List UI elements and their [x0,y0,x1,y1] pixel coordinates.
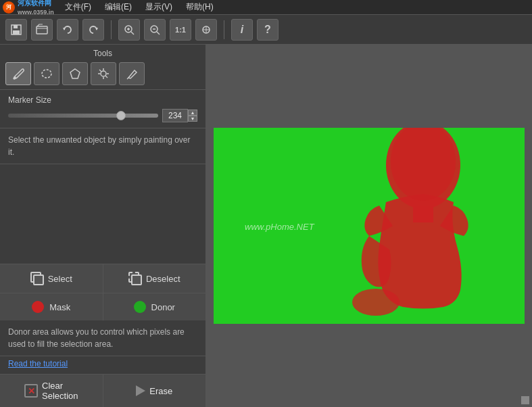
spinner-buttons: ▲ ▼ [188,110,197,122]
zoom-fit-button[interactable] [195,19,217,41]
lasso-tool[interactable] [34,62,59,85]
svg-point-17 [42,70,51,78]
toolbar-separator [111,20,112,39]
tutorial-link-text: Read the tutorial [8,359,68,368]
zoom-in-button[interactable] [118,19,140,41]
erase-button[interactable]: Erase [103,375,206,407]
info-button[interactable]: i [231,19,253,41]
description-section: Select the unwanted object by simply pai… [0,128,205,164]
clear-selection-button[interactable]: ✕ Clear Selection [0,375,103,407]
menu-file[interactable]: 文件(F) [62,0,94,14]
mask-donor-row: Mask Donor [0,293,205,320]
select-button[interactable]: Select [0,264,103,293]
svg-point-16 [14,76,16,79]
bottom-buttons: ✕ Clear Selection Erase [0,374,205,407]
deselect-label: Deselect [146,274,180,284]
svg-marker-4 [63,28,66,30]
zoom-out-button[interactable] [144,19,166,41]
canvas-container: www.pHome.NET [214,128,525,324]
toolbar-separator2 [224,20,224,39]
menu-view[interactable]: 显示(V) [143,0,175,14]
marker-size-input[interactable]: 234 [162,109,188,122]
svg-point-23 [101,71,106,76]
marker-size-label: Marker Size [8,95,197,105]
save-button[interactable] [5,19,27,41]
erase-label: Erase [149,386,172,396]
menu-help[interactable]: 帮助(H) [183,0,216,14]
watermark-text: www.pHome.NET [245,222,314,232]
svg-line-9 [131,32,134,34]
mask-label: Mask [49,302,70,312]
svg-line-24 [99,70,101,72]
undo-button[interactable] [57,19,78,41]
erase-play-icon [136,385,145,396]
watermark: www.pHome.NET [245,222,314,232]
marker-size-slider[interactable] [8,114,158,118]
description-text: Select the unwanted object by simply pai… [8,135,191,157]
svg-marker-18 [70,69,80,78]
corner-indicator [521,396,529,404]
logo-icon: 河 [3,1,15,14]
svg-rect-29 [413,206,433,222]
clear-selection-label: Clear Selection [42,381,78,401]
tools-label: Tools [5,49,200,58]
donor-dot-icon [134,301,146,313]
tutorial-link[interactable]: Read the tutorial [0,356,205,374]
brush-tool[interactable] [5,62,31,85]
select-label: Select [48,274,72,284]
help-button[interactable]: ? [257,19,279,41]
left-panel: Tools Marker Size [0,45,206,407]
svg-rect-2 [13,30,20,34]
marker-size-section: Marker Size 234 ▲ ▼ [0,90,205,128]
svg-marker-5 [95,28,98,30]
select-icon [30,272,44,285]
slider-thumb[interactable] [116,111,126,120]
select-deselect-row: Select Deselect [0,264,205,293]
donor-description-text: Donor area allows you to control which p… [8,327,185,349]
deselect-button[interactable]: Deselect [103,264,206,293]
mask-button[interactable]: Mask [0,293,103,320]
svg-rect-3 [37,26,47,34]
canvas-area[interactable]: www.pHome.NET [206,45,532,407]
pen-tool[interactable] [119,62,145,85]
zoom-100-button[interactable]: 1:1 [170,19,191,41]
spacer [0,164,205,264]
open-button[interactable] [31,19,53,41]
tools-section: Tools [0,45,205,90]
slider-row: 234 ▲ ▼ [8,109,197,122]
toolbar: 1:1 i ? [0,15,532,45]
magic-wand-tool[interactable] [91,62,116,85]
spinner-down[interactable]: ▼ [188,116,197,122]
donor-description: Donor area allows you to control which p… [0,320,205,356]
redo-button[interactable] [82,19,104,41]
clear-selection-icon: ✕ [24,384,38,398]
svg-line-25 [105,76,107,78]
logo: 河 河东软件网www.0359.in [3,0,54,16]
polygon-tool[interactable] [62,62,88,85]
svg-line-26 [127,78,128,79]
deselect-icon [128,272,142,285]
main-layout: Tools Marker Size [0,45,532,407]
donor-label: Donor [151,302,175,312]
tools-row [5,62,200,85]
svg-line-12 [157,32,160,34]
svg-rect-1 [14,25,18,28]
logo-text: 河东软件网www.0359.in [18,0,54,16]
donor-button[interactable]: Donor [103,293,206,320]
mask-dot-icon [32,301,44,313]
spinner-up[interactable]: ▲ [188,110,197,116]
menu-edit[interactable]: 编辑(E) [102,0,135,14]
menubar: 河 河东软件网www.0359.in 文件(F) 编辑(E) 显示(V) 帮助(… [0,0,532,15]
svg-point-28 [352,289,400,316]
